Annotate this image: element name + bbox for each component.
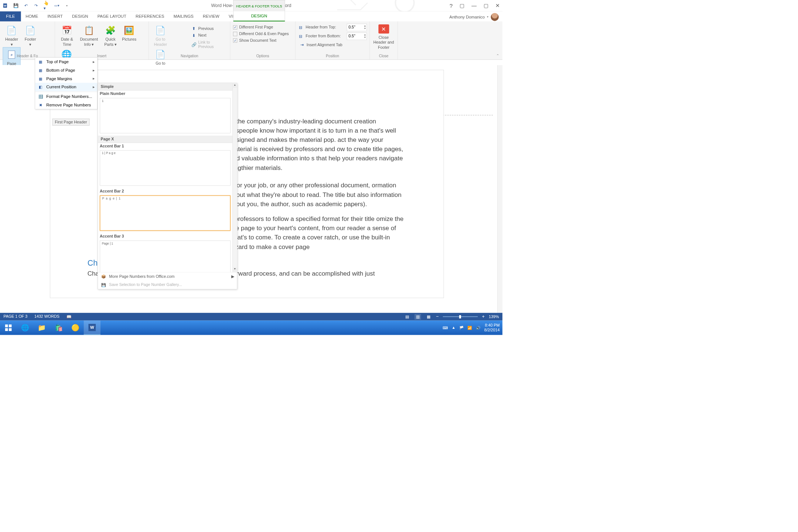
save-selection-icon: 💾	[101, 282, 106, 288]
group-options: Options	[230, 54, 295, 58]
vertical-scrollbar[interactable]	[497, 65, 502, 313]
tab-file[interactable]: FILE	[0, 11, 21, 21]
tab-page-layout[interactable]: PAGE LAYOUT	[93, 11, 131, 21]
taskbar-explorer-icon[interactable]: 📁	[34, 321, 50, 335]
touch-mode-icon[interactable]: 👆▾	[44, 3, 50, 8]
pn-bottom-icon: ▦	[38, 68, 44, 73]
tab-design-contextual[interactable]: DESIGN	[233, 11, 285, 21]
tray-network-icon[interactable]: 📶	[467, 325, 472, 330]
close-window-icon[interactable]: ✕	[495, 3, 499, 10]
taskbar-word-icon[interactable]: W	[84, 321, 100, 335]
pn-remove[interactable]: ✖Remove Page Numbers	[35, 101, 97, 109]
date-time-button[interactable]: 📅Date & Time	[58, 23, 76, 47]
svg-rect-7	[5, 328, 8, 331]
tab-design[interactable]: DESIGN	[67, 11, 93, 21]
gallery-accent1[interactable]: 1 | P a g e	[100, 150, 231, 186]
zoom-out-icon[interactable]: −	[436, 314, 439, 319]
page-number-gallery: Simple Plain Number 1 Page X Accent Bar …	[98, 83, 237, 289]
collapse-ribbon-icon[interactable]: ⌃	[496, 53, 499, 58]
tray-flag-icon[interactable]: 🏳️	[459, 325, 464, 330]
different-odd-even-checkbox[interactable]: Different Odd & Even Pages	[233, 31, 293, 37]
gallery-accent3[interactable]: Page | 1	[100, 241, 231, 272]
undo-icon[interactable]: ↶	[23, 3, 29, 8]
taskbar-store-icon[interactable]: 🛍️	[50, 321, 67, 335]
pn-current-position[interactable]: ◧Current Position▶	[35, 83, 97, 91]
svg-point-2	[395, 0, 414, 12]
gallery-save-selection: 💾Save Selection to Page Number Gallery..…	[98, 281, 237, 289]
gallery-scrollbar[interactable]: ▲▼	[232, 83, 237, 272]
quick-parts-button[interactable]: 🧩Quick Parts ▾	[102, 23, 119, 47]
page-indicator[interactable]: PAGE 1 OF 3	[3, 314, 27, 319]
save-icon[interactable]: 💾	[13, 3, 19, 8]
close-header-footer-button[interactable]: ✕Close Header and Footer	[373, 24, 395, 50]
ribbon-display-icon[interactable]: ▢	[460, 3, 464, 10]
goto-header-button[interactable]: 📄Go to Header	[151, 23, 169, 47]
zoom-level[interactable]: 139%	[489, 314, 499, 319]
gallery-accent2[interactable]: P a g e | 1	[100, 195, 231, 231]
pn-format[interactable]: 🔢Format Page Numbers...	[35, 92, 97, 101]
different-first-page-checkbox[interactable]: ✓Different First Page	[233, 24, 293, 31]
qat-more-icon[interactable]: ▾	[64, 3, 70, 8]
contextual-tab-header-footer: HEADER & FOOTER TOOLS	[233, 0, 285, 11]
read-mode-icon[interactable]: ▤	[404, 314, 410, 320]
tray-up-icon[interactable]: ▲	[452, 325, 456, 330]
pn-current-icon: ◧	[38, 84, 44, 90]
web-layout-icon[interactable]: ▦	[425, 314, 432, 320]
gallery-more-from-office[interactable]: 📦More Page Numbers from Office.com▶	[98, 272, 237, 281]
footer-button[interactable]: 📄Footer▾	[21, 23, 39, 47]
svg-text:W: W	[90, 325, 94, 330]
account-dropdown-icon[interactable]: ▾	[487, 16, 488, 19]
spell-check-icon[interactable]: 📖	[66, 314, 71, 319]
gallery-category-pagex: Page X	[98, 136, 232, 143]
header-top-icon: ⊟	[298, 25, 303, 30]
tab-insert[interactable]: INSERT	[43, 11, 68, 21]
header-top-input[interactable]: 0.5"▲▼	[347, 24, 367, 31]
word-count[interactable]: 1432 WORDS	[34, 314, 59, 319]
previous-button[interactable]: ⬆Previous	[190, 25, 227, 32]
show-document-text-checkbox[interactable]: ✓Show Document Text	[233, 37, 293, 44]
start-button[interactable]	[0, 321, 17, 335]
pn-margins-icon: ▦	[38, 76, 44, 81]
taskbar-ie-icon[interactable]: 🌐	[17, 321, 33, 335]
tab-home[interactable]: HOME	[21, 11, 43, 21]
next-button[interactable]: ⬇Next	[190, 32, 227, 39]
link-previous-button: 🔗Link to Previous	[190, 39, 227, 50]
pn-page-margins[interactable]: ▦Page Margins▶	[35, 74, 97, 83]
customize-qat-icon[interactable]: ▭▾	[54, 3, 59, 8]
status-bar: PAGE 1 OF 3 1432 WORDS 📖 ▤ ▥ ▦ − + 139%	[0, 313, 502, 321]
redo-icon[interactable]: ↷	[33, 3, 39, 8]
gallery-accent3-label: Accent Bar 3	[98, 233, 232, 240]
zoom-slider[interactable]	[443, 316, 478, 317]
insert-alignment-tab-button[interactable]: ⇥Insert Alignment Tab	[298, 41, 367, 48]
print-layout-icon[interactable]: ▥	[415, 314, 421, 320]
avatar[interactable]	[491, 13, 498, 21]
help-icon[interactable]: ?	[450, 3, 453, 10]
tray-clock[interactable]: 8:40 PM8/2/2014	[484, 323, 500, 332]
pn-top-of-page[interactable]: ▦Top of Page▶	[35, 58, 97, 66]
group-close: Close	[370, 54, 398, 58]
gallery-plain-number-label: Plain Number	[98, 91, 232, 97]
taskbar: 🌐 📁 🛍️ 🟡 W ⌨ ▲ 🏳️ 📶 🔊 8:40 PM8/2/2014	[0, 321, 502, 335]
tray-volume-icon[interactable]: 🔊	[476, 325, 481, 330]
zoom-in-icon[interactable]: +	[482, 314, 484, 319]
tray-keyboard-icon[interactable]: ⌨	[443, 325, 448, 330]
footer-bottom-input[interactable]: 0.5"▲▼	[347, 33, 367, 40]
header-top-label: Header from Top:	[306, 25, 344, 30]
taskbar-chrome-icon[interactable]: 🟡	[67, 321, 83, 335]
gallery-plain-number[interactable]: 1	[100, 98, 231, 133]
pn-top-icon: ▦	[38, 59, 44, 65]
svg-rect-8	[9, 328, 12, 331]
document-info-button[interactable]: 📋Document Info ▾	[77, 23, 100, 47]
pn-bottom-of-page[interactable]: ▦Bottom of Page▶	[35, 66, 97, 75]
account-name[interactable]: Anthony Domanico	[449, 14, 485, 19]
tab-references[interactable]: REFERENCES	[131, 11, 169, 21]
pictures-button[interactable]: 🖼️Pictures	[120, 23, 138, 42]
footer-bottom-icon: ⊟	[298, 34, 303, 39]
svg-rect-6	[9, 324, 12, 327]
tab-mailings[interactable]: MAILINGS	[169, 11, 198, 21]
pn-format-icon: 🔢	[38, 94, 44, 99]
tab-review[interactable]: REVIEW	[198, 11, 224, 21]
maximize-icon[interactable]: ▢	[484, 3, 488, 10]
minimize-icon[interactable]: —	[471, 3, 477, 10]
header-button[interactable]: 📄Header▾	[3, 23, 21, 47]
